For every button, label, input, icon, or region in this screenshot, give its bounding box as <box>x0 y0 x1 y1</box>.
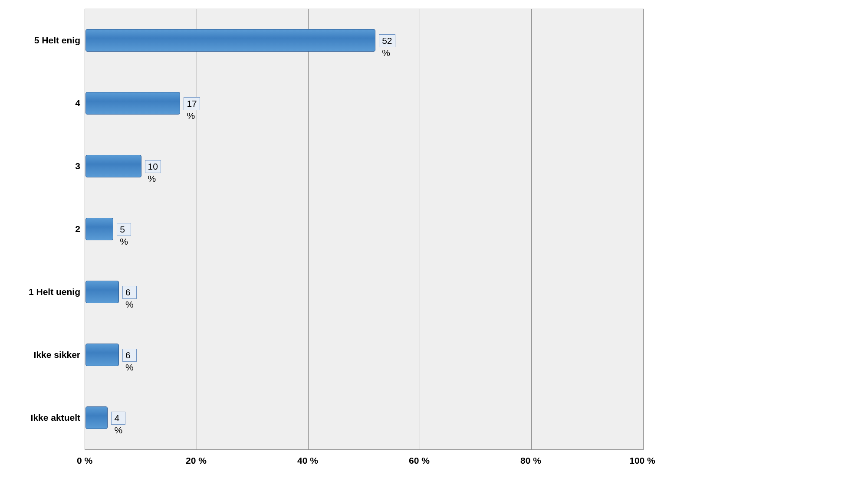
category-label: 1 Helt uenig <box>4 281 80 303</box>
x-tick-label: 60 % <box>393 455 445 466</box>
plot-area <box>85 9 644 450</box>
value-label: 10 % <box>145 160 161 173</box>
category-label: Ikke aktuelt <box>4 406 80 429</box>
bar <box>85 92 180 115</box>
bar <box>85 218 113 240</box>
bar <box>85 155 141 177</box>
value-label: 52 % <box>379 34 395 47</box>
bar <box>85 406 108 429</box>
bar <box>85 29 375 52</box>
value-label: 5 % <box>117 223 131 236</box>
value-label: 4 % <box>111 412 125 425</box>
x-tick-label: 40 % <box>282 455 334 466</box>
category-label: 4 <box>4 92 80 115</box>
gridline <box>420 9 420 449</box>
value-label: 6 % <box>122 286 137 299</box>
category-label: 2 <box>4 218 80 240</box>
category-label: Ikke sikker <box>4 344 80 366</box>
gridline <box>197 9 197 449</box>
value-label: 17 % <box>184 97 200 110</box>
x-tick-label: 80 % <box>505 455 557 466</box>
bar <box>85 344 119 366</box>
bar-chart: 0 %20 %40 %60 %80 %100 %5 Helt enig52 %4… <box>4 4 864 481</box>
category-label: 3 <box>4 155 80 177</box>
category-label: 5 Helt enig <box>4 29 80 52</box>
value-label: 6 % <box>122 349 137 362</box>
x-tick-label: 100 % <box>616 455 668 466</box>
bar <box>85 281 119 303</box>
x-tick-label: 20 % <box>170 455 222 466</box>
gridline <box>308 9 309 449</box>
x-tick-label: 0 % <box>59 455 111 466</box>
gridline <box>531 9 532 449</box>
